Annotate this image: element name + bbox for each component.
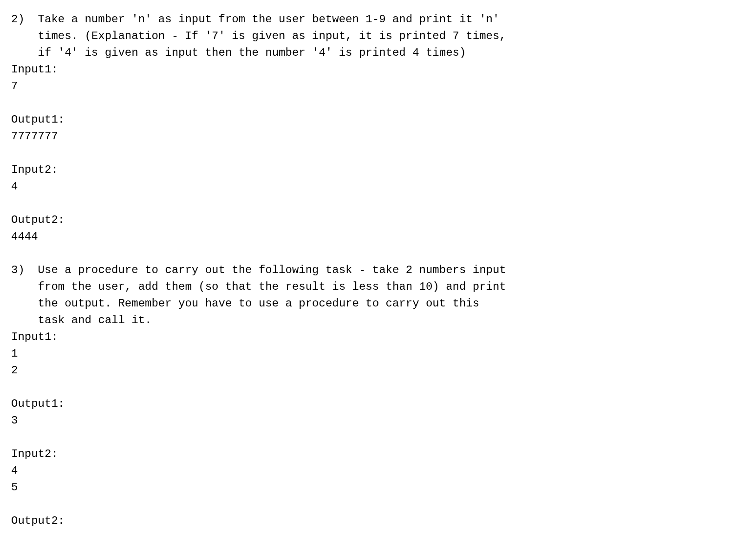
text-line: 7 [11,78,732,95]
text-line: Output1: [11,396,732,412]
text-line: 3 [11,412,732,429]
text-line: from the user, add them (so that the res… [11,279,732,295]
text-line: Output1: [11,111,732,128]
text-line: Output2: [11,513,732,529]
blank-line [11,429,732,446]
text-line: 7777777 [11,128,732,145]
text-line: 4 [11,462,732,479]
text-line: 3) Use a procedure to carry out the foll… [11,262,732,279]
text-line: Input2: [11,162,732,178]
blank-line [11,195,732,212]
document-body: 2) Take a number 'n' as input from the u… [11,11,732,529]
text-line: 4 [11,178,732,195]
text-line: Input2: [11,446,732,462]
blank-line [11,496,732,513]
blank-line [11,145,732,162]
text-line: 2 [11,362,732,379]
text-line: Input1: [11,329,732,345]
text-line: 2) Take a number 'n' as input from the u… [11,11,732,28]
blank-line [11,95,732,111]
text-line: task and call it. [11,312,732,329]
text-line: 4444 [11,228,732,245]
text-line: Input1: [11,61,732,78]
text-line: Output2: [11,212,732,228]
text-line: the output. Remember you have to use a p… [11,295,732,312]
text-line: times. (Explanation - If '7' is given as… [11,28,732,45]
text-line: 1 [11,345,732,362]
text-line: 5 [11,479,732,496]
blank-line [11,379,732,396]
blank-line [11,245,732,262]
text-line: if '4' is given as input then the number… [11,45,732,61]
